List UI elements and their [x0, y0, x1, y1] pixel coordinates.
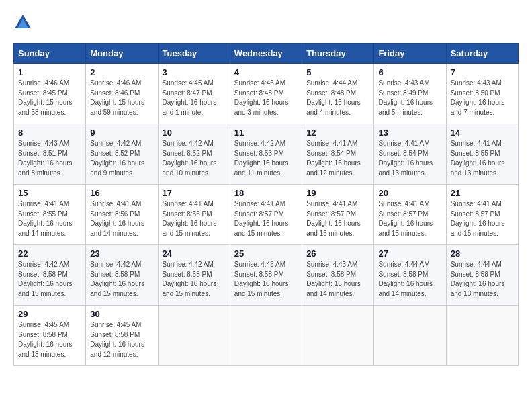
logo	[13, 13, 35, 32]
day-number: 2	[90, 67, 153, 77]
day-info: Sunrise: 4:41 AMSunset: 8:56 PMDaylight:…	[163, 199, 226, 238]
calendar-cell: 7Sunrise: 4:43 AMSunset: 8:50 PMDaylight…	[446, 64, 518, 124]
day-number: 3	[163, 67, 226, 77]
day-info: Sunrise: 4:46 AMSunset: 8:45 PMDaylight:…	[18, 79, 81, 118]
day-info: Sunrise: 4:45 AMSunset: 8:58 PMDaylight:…	[90, 320, 153, 359]
calendar-cell: 21Sunrise: 4:41 AMSunset: 8:57 PMDayligh…	[446, 185, 518, 245]
calendar-cell: 22Sunrise: 4:42 AMSunset: 8:58 PMDayligh…	[14, 245, 86, 306]
day-number: 5	[306, 67, 369, 77]
calendar-cell: 9Sunrise: 4:42 AMSunset: 8:52 PMDaylight…	[86, 124, 158, 185]
weekday-header-saturday: Saturday	[446, 44, 518, 64]
calendar-cell: 4Sunrise: 4:45 AMSunset: 8:48 PMDaylight…	[230, 64, 302, 124]
day-info: Sunrise: 4:43 AMSunset: 8:49 PMDaylight:…	[378, 79, 441, 118]
day-info: Sunrise: 4:43 AMSunset: 8:51 PMDaylight:…	[18, 139, 81, 178]
day-info: Sunrise: 4:46 AMSunset: 8:46 PMDaylight:…	[90, 79, 153, 118]
calendar-cell: 25Sunrise: 4:43 AMSunset: 8:58 PMDayligh…	[230, 245, 302, 306]
logo-icon	[13, 13, 32, 32]
day-number: 30	[90, 309, 153, 319]
day-number: 18	[234, 188, 298, 198]
calendar-cell: 23Sunrise: 4:42 AMSunset: 8:58 PMDayligh…	[86, 245, 158, 306]
calendar-cell: 24Sunrise: 4:42 AMSunset: 8:58 PMDayligh…	[158, 245, 230, 306]
calendar-cell: 8Sunrise: 4:43 AMSunset: 8:51 PMDaylight…	[14, 124, 86, 185]
header	[13, 13, 519, 32]
day-info: Sunrise: 4:41 AMSunset: 8:56 PMDaylight:…	[90, 199, 153, 238]
day-number: 15	[18, 188, 81, 198]
calendar-cell	[374, 306, 446, 366]
day-number: 7	[451, 67, 514, 77]
weekday-header-row: SundayMondayTuesdayWednesdayThursdayFrid…	[14, 44, 519, 64]
day-number: 26	[306, 248, 369, 259]
day-info: Sunrise: 4:41 AMSunset: 8:54 PMDaylight:…	[378, 139, 441, 178]
day-number: 25	[234, 248, 298, 259]
day-number: 11	[234, 128, 298, 138]
day-info: Sunrise: 4:42 AMSunset: 8:58 PMDaylight:…	[18, 260, 81, 299]
day-info: Sunrise: 4:42 AMSunset: 8:52 PMDaylight:…	[90, 139, 153, 178]
day-number: 29	[18, 309, 81, 319]
day-number: 10	[163, 128, 226, 138]
calendar-cell: 15Sunrise: 4:41 AMSunset: 8:55 PMDayligh…	[14, 185, 86, 245]
calendar-cell: 11Sunrise: 4:42 AMSunset: 8:53 PMDayligh…	[230, 124, 302, 185]
day-info: Sunrise: 4:42 AMSunset: 8:53 PMDaylight:…	[234, 139, 298, 178]
calendar-cell	[446, 306, 518, 366]
day-info: Sunrise: 4:45 AMSunset: 8:48 PMDaylight:…	[234, 79, 298, 118]
day-info: Sunrise: 4:45 AMSunset: 8:58 PMDaylight:…	[18, 320, 81, 359]
day-info: Sunrise: 4:41 AMSunset: 8:55 PMDaylight:…	[451, 139, 514, 178]
calendar-cell: 18Sunrise: 4:41 AMSunset: 8:57 PMDayligh…	[230, 185, 302, 245]
day-number: 4	[234, 67, 298, 77]
day-info: Sunrise: 4:41 AMSunset: 8:57 PMDaylight:…	[306, 199, 369, 238]
day-info: Sunrise: 4:41 AMSunset: 8:54 PMDaylight:…	[306, 139, 369, 178]
day-info: Sunrise: 4:44 AMSunset: 8:58 PMDaylight:…	[378, 260, 441, 299]
day-info: Sunrise: 4:42 AMSunset: 8:58 PMDaylight:…	[90, 260, 153, 299]
calendar-cell: 3Sunrise: 4:45 AMSunset: 8:47 PMDaylight…	[158, 64, 230, 124]
day-number: 9	[90, 128, 153, 138]
weekday-header-tuesday: Tuesday	[158, 44, 230, 64]
day-info: Sunrise: 4:41 AMSunset: 8:57 PMDaylight:…	[378, 199, 441, 238]
calendar-cell: 16Sunrise: 4:41 AMSunset: 8:56 PMDayligh…	[86, 185, 158, 245]
calendar-cell: 20Sunrise: 4:41 AMSunset: 8:57 PMDayligh…	[374, 185, 446, 245]
day-number: 1	[18, 67, 81, 77]
day-info: Sunrise: 4:42 AMSunset: 8:52 PMDaylight:…	[163, 139, 226, 178]
day-number: 19	[306, 188, 369, 198]
day-info: Sunrise: 4:44 AMSunset: 8:58 PMDaylight:…	[451, 260, 514, 299]
calendar-week-4: 22Sunrise: 4:42 AMSunset: 8:58 PMDayligh…	[14, 245, 519, 306]
day-number: 17	[163, 188, 226, 198]
calendar-week-1: 1Sunrise: 4:46 AMSunset: 8:45 PMDaylight…	[14, 64, 519, 124]
calendar-cell: 12Sunrise: 4:41 AMSunset: 8:54 PMDayligh…	[302, 124, 374, 185]
calendar-cell: 28Sunrise: 4:44 AMSunset: 8:58 PMDayligh…	[446, 245, 518, 306]
day-number: 28	[451, 248, 514, 259]
day-info: Sunrise: 4:41 AMSunset: 8:57 PMDaylight:…	[234, 199, 298, 238]
weekday-header-friday: Friday	[374, 44, 446, 64]
day-number: 21	[451, 188, 514, 198]
weekday-header-monday: Monday	[86, 44, 158, 64]
calendar-cell: 5Sunrise: 4:44 AMSunset: 8:48 PMDaylight…	[302, 64, 374, 124]
day-info: Sunrise: 4:43 AMSunset: 8:58 PMDaylight:…	[306, 260, 369, 299]
calendar-week-3: 15Sunrise: 4:41 AMSunset: 8:55 PMDayligh…	[14, 185, 519, 245]
day-info: Sunrise: 4:43 AMSunset: 8:50 PMDaylight:…	[451, 79, 514, 118]
calendar-cell	[230, 306, 302, 366]
day-info: Sunrise: 4:44 AMSunset: 8:48 PMDaylight:…	[306, 79, 369, 118]
day-info: Sunrise: 4:45 AMSunset: 8:47 PMDaylight:…	[163, 79, 226, 118]
day-info: Sunrise: 4:42 AMSunset: 8:58 PMDaylight:…	[163, 260, 226, 299]
calendar-table: SundayMondayTuesdayWednesdayThursdayFrid…	[13, 43, 519, 366]
weekday-header-thursday: Thursday	[302, 44, 374, 64]
day-number: 14	[451, 128, 514, 138]
day-info: Sunrise: 4:41 AMSunset: 8:55 PMDaylight:…	[18, 199, 81, 238]
day-number: 22	[18, 248, 81, 259]
calendar-cell: 29Sunrise: 4:45 AMSunset: 8:58 PMDayligh…	[14, 306, 86, 366]
calendar-cell	[302, 306, 374, 366]
calendar-cell: 17Sunrise: 4:41 AMSunset: 8:56 PMDayligh…	[158, 185, 230, 245]
day-number: 24	[163, 248, 226, 259]
calendar-cell: 10Sunrise: 4:42 AMSunset: 8:52 PMDayligh…	[158, 124, 230, 185]
calendar-cell: 1Sunrise: 4:46 AMSunset: 8:45 PMDaylight…	[14, 64, 86, 124]
calendar-cell: 14Sunrise: 4:41 AMSunset: 8:55 PMDayligh…	[446, 124, 518, 185]
calendar-cell: 27Sunrise: 4:44 AMSunset: 8:58 PMDayligh…	[374, 245, 446, 306]
day-number: 23	[90, 248, 153, 259]
calendar-cell: 19Sunrise: 4:41 AMSunset: 8:57 PMDayligh…	[302, 185, 374, 245]
day-number: 8	[18, 128, 81, 138]
day-number: 16	[90, 188, 153, 198]
calendar-cell: 6Sunrise: 4:43 AMSunset: 8:49 PMDaylight…	[374, 64, 446, 124]
calendar-week-2: 8Sunrise: 4:43 AMSunset: 8:51 PMDaylight…	[14, 124, 519, 185]
calendar-cell: 26Sunrise: 4:43 AMSunset: 8:58 PMDayligh…	[302, 245, 374, 306]
day-info: Sunrise: 4:43 AMSunset: 8:58 PMDaylight:…	[234, 260, 298, 299]
day-info: Sunrise: 4:41 AMSunset: 8:57 PMDaylight:…	[451, 199, 514, 238]
